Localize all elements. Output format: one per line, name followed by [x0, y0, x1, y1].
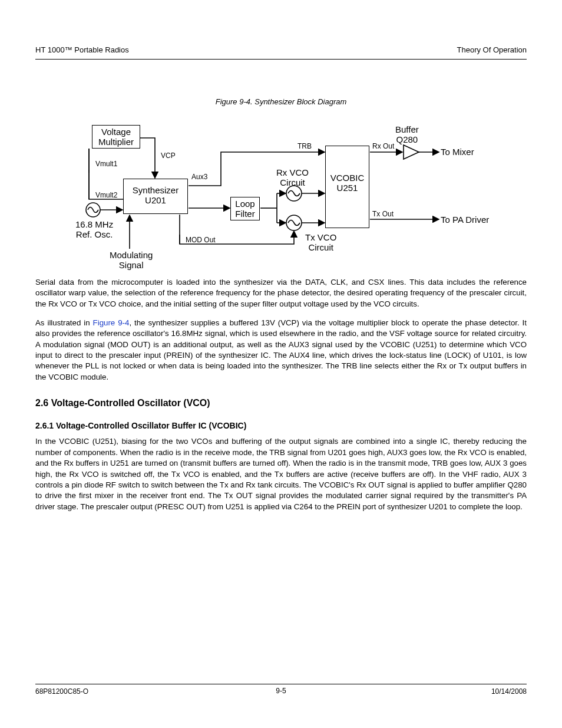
- body-text: Serial data from the microcomputer is lo…: [35, 277, 527, 521]
- paragraph-2: As illustrated in Figure 9-4, the synthe…: [35, 318, 527, 383]
- header-right: Theory Of Operation: [457, 45, 527, 54]
- paragraph-1: Serial data from the microcomputer is lo…: [35, 277, 527, 309]
- heading-vcobic: 2.6.1 Voltage-Controlled Oscillator Buff…: [35, 420, 527, 431]
- paragraph-3: In the VCOBIC (U251), biasing for the tw…: [35, 436, 527, 512]
- heading-vco: 2.6 Voltage-Controlled Oscillator (VCO): [35, 397, 527, 410]
- figure-wrap: Figure 9-4. Synthesizer Block Diagram Vo…: [32, 97, 530, 294]
- figure-title: Figure 9-4. Synthesizer Block Diagram: [32, 97, 530, 106]
- header-left: HT 1000™ Portable Radios: [35, 45, 129, 54]
- header-rule: [35, 59, 527, 60]
- footer-center: 9-5: [0, 687, 562, 696]
- diagram-svg: [32, 117, 530, 294]
- synthesizer-block-diagram: VoltageMultiplier SynthesizerU201 LoopFi…: [32, 117, 530, 294]
- footer-rule: [35, 684, 527, 684]
- figure-ref-link[interactable]: Figure 9-4: [93, 318, 130, 327]
